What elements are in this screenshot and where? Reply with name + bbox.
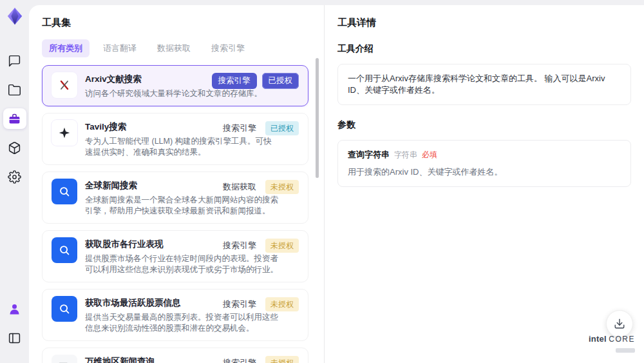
intro-heading: 工具介绍 [337,43,631,55]
tool-card-arxiv[interactable]: Arxiv文献搜索 访问各个研究领域大量科学论文和文章的存储库。 搜索引擎 已授… [42,65,308,106]
tool-description: 提供股票市场各个行业在特定时间段内的表现。投资者可以利用这些信息来识别表现优于或… [85,253,279,275]
status-badge: 未授权 [265,180,299,194]
sidebar-item-chat[interactable] [3,50,26,71]
sidebar-item-tools[interactable] [3,108,26,129]
category-badge: 搜索引擎 [212,73,257,89]
tool-intro-card: 一个用于从Arxiv存储库搜索科学论文和文章的工具。 输入可以是Arxiv ID… [337,64,631,105]
left-sidebar [0,0,29,363]
category-label: 搜索引擎 [223,357,256,363]
tool-description: 访问各个研究领域大量科学论文和文章的存储库。 [85,88,279,99]
status-badge: 未授权 [265,297,299,311]
tool-description: 专为人工智能代理 (LLM) 构建的搜索引擎工具。可快速提供实时、准确和真实的结… [85,136,279,158]
arxiv-logo-icon [52,72,77,98]
tab-language-translation[interactable]: 语言翻译 [96,39,144,57]
parameter-description: 用于搜索的Arxiv ID、关键字或作者姓名。 [348,166,621,178]
intel-core-sub-mark [616,348,635,353]
tavily-logo-icon [52,120,77,146]
params-heading: 参数 [337,119,631,131]
tab-data-fetch[interactable]: 数据获取 [150,39,198,57]
tool-list-panel: 工具集 所有类别 语言翻译 数据获取 搜索引擎 Arxiv文献搜索 访问各个研究… [29,5,324,363]
news-search-icon [52,179,77,204]
tool-card-global-news[interactable]: 全球新闻搜索 全球新闻搜索是一个聚合全球各大新闻网站内容的搜索引擎，帮助用户快速… [42,172,308,224]
category-label: 搜索引擎 [223,299,256,310]
panel-toggle-icon [8,331,21,345]
category-tabs: 所有类别 语言翻译 数据获取 搜索引擎 [42,39,308,57]
cube-icon [8,141,21,155]
tab-all-categories[interactable]: 所有类别 [42,39,90,57]
status-badge: 已授权 [265,121,299,135]
sidebar-item-models[interactable] [3,137,26,158]
status-badge: 未授权 [265,239,299,253]
sidebar-item-settings[interactable] [3,166,26,187]
sidebar-item-files[interactable] [3,79,26,100]
newspaper-icon [52,355,77,363]
page-title: 工具集 [42,17,308,29]
category-label: 数据获取 [223,181,256,193]
core-wordmark: CORE [609,335,635,344]
user-icon [8,302,21,316]
status-badge: 已授权 [262,73,299,89]
sidebar-item-collapse[interactable] [3,328,26,348]
intel-wordmark: intel [589,334,607,344]
download-icon [614,318,625,329]
main-content: 工具集 所有类别 语言翻译 数据获取 搜索引擎 Arxiv文献搜索 访问各个研究… [29,5,644,363]
detail-title: 工具详情 [337,17,631,29]
folder-icon [8,83,21,97]
stock-search-icon [52,296,77,322]
tool-card-regional-news[interactable]: 万维地区新闻查询 查询具体行政区划内的新闻，快速了解各地新闻动态 搜索引擎 未授… [42,348,308,363]
list-scrollbar-thumb[interactable] [316,58,319,178]
tool-card-active-stocks[interactable]: 获取市场最活跃股票信息 提供当天交易量最高的股票列表。投资者可以利用这些信息来识… [42,289,308,341]
download-button[interactable] [606,310,633,337]
toolbox-icon [8,112,21,126]
gear-icon [8,170,21,184]
chat-icon [8,54,21,68]
status-badge: 未授权 [265,356,299,363]
tool-card-tavily[interactable]: Tavily搜索 专为人工智能代理 (LLM) 构建的搜索引擎工具。可快速提供实… [42,113,308,165]
tool-detail-panel: 工具详情 工具介绍 一个用于从Arxiv存储库搜索科学论文和文章的工具。 输入可… [324,5,644,363]
stock-search-icon [52,237,77,263]
app-logo-icon [5,6,24,26]
tool-description: 提供当天交易量最高的股票列表。投资者可以利用这些信息来识别流动性强的股票和潜在的… [85,312,279,334]
sidebar-item-account[interactable] [3,299,26,319]
intel-core-logo: intel CORE [589,334,635,355]
tab-search-engine[interactable]: 搜索引擎 [204,39,252,57]
category-label: 搜索引擎 [223,123,256,134]
tool-card-sector-performance[interactable]: 获取股市各行业表现 提供股票市场各个行业在特定时间段内的表现。投资者可以利用这些… [42,230,308,282]
parameter-type: 字符串 [394,150,417,161]
category-label: 搜索引擎 [223,240,256,251]
tool-description: 全球新闻搜索是一个聚合全球各大新闻网站内容的搜索引擎，帮助用户快速获取全球最新资… [85,195,279,217]
parameter-name: 查询字符串 [348,149,390,161]
parameter-required-label: 必填 [422,150,437,161]
parameter-card: 查询字符串 字符串 必填 用于搜索的Arxiv ID、关键字或作者姓名。 [337,140,631,187]
